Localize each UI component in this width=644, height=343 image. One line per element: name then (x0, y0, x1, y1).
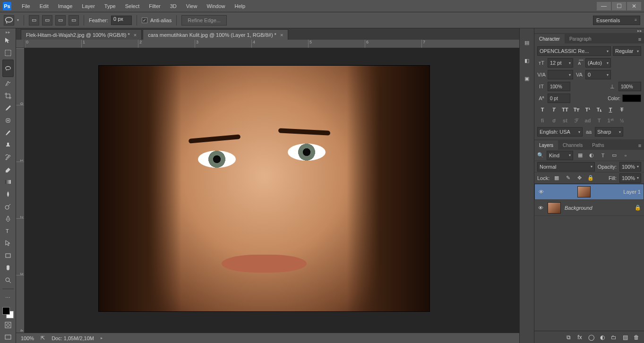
allcaps-button[interactable]: TT (560, 105, 570, 114)
superscript-button[interactable]: T¹ (583, 105, 593, 114)
fill-input[interactable]: 100%▾ (619, 173, 641, 183)
tab-layers[interactable]: Layers (534, 140, 558, 150)
gradient-tool[interactable] (2, 176, 14, 188)
canvas[interactable] (99, 66, 429, 311)
layer-filter-select[interactable]: Kind▾ (547, 151, 573, 160)
tab-paragraph[interactable]: Paragraph (565, 34, 596, 43)
italic-button[interactable]: T (549, 105, 559, 114)
antialias-select[interactable]: Sharp▾ (595, 127, 623, 137)
tab-paths[interactable]: Paths (587, 140, 609, 150)
font-size-input[interactable]: 12 pt▾ (548, 58, 573, 68)
doc-size[interactable]: Doc: 1,05M/2,10M (52, 335, 94, 341)
edit-toolbar-icon[interactable]: ⋯ (2, 292, 14, 303)
smallcaps-button[interactable]: Tᴛ (571, 105, 582, 114)
new-layer-icon[interactable]: ▤ (621, 334, 629, 341)
clone-stamp-tool[interactable] (2, 139, 14, 151)
move-tool[interactable] (2, 35, 14, 46)
layer-item[interactable]: 👁 Layer 1 (534, 184, 644, 200)
lasso-tool[interactable] (2, 60, 14, 77)
rectangle-tool[interactable] (2, 250, 14, 261)
path-selection-tool[interactable] (2, 238, 14, 249)
link-layers-icon[interactable]: ⧉ (565, 334, 572, 341)
font-style-select[interactable]: Regular▾ (613, 46, 641, 56)
blur-tool[interactable] (2, 189, 14, 200)
feather-input[interactable]: 0 px (111, 16, 132, 25)
panel-menu-icon[interactable]: ≡ (635, 35, 644, 43)
selection-add-icon[interactable]: ▭ (42, 15, 52, 26)
pen-tool[interactable] (2, 213, 14, 224)
expand-icon[interactable]: ⇱ (41, 335, 45, 341)
quick-selection-tool[interactable] (2, 78, 14, 89)
layer-name[interactable]: Layer 1 (623, 189, 641, 195)
fractions-button[interactable]: ½ (617, 116, 627, 125)
text-color-swatch[interactable] (622, 94, 641, 102)
ordinals-button[interactable]: 1ˢᵗ (605, 116, 616, 125)
close-button[interactable]: ✕ (627, 2, 641, 10)
eraser-tool[interactable] (2, 164, 14, 175)
ruler-horizontal[interactable]: 01234567 (25, 40, 519, 48)
kerning-input[interactable]: ▾ (548, 70, 573, 79)
brush-tool[interactable] (2, 127, 14, 138)
vertical-scale-input[interactable]: 100% (548, 82, 570, 91)
visibility-toggle-icon[interactable]: 👁 (537, 205, 544, 211)
properties-panel-icon[interactable]: ◧ (522, 56, 532, 65)
underline-button[interactable]: T (605, 105, 616, 114)
actions-panel-icon[interactable]: ▣ (522, 74, 532, 83)
layer-thumbnail[interactable] (548, 202, 561, 214)
zoom-tool[interactable] (2, 274, 14, 286)
menu-image[interactable]: Image (53, 1, 77, 11)
lock-image-icon[interactable]: ✎ (564, 174, 572, 182)
workspace-selector[interactable]: Essentials≡ (593, 16, 640, 25)
blend-mode-select[interactable]: Normal▾ (537, 162, 595, 172)
selection-subtract-icon[interactable]: ▭ (55, 15, 66, 26)
marquee-tool[interactable] (2, 47, 14, 59)
minimize-button[interactable]: — (597, 2, 611, 10)
antialias-checkbox[interactable]: ✓ (142, 17, 147, 23)
subscript-button[interactable]: T₁ (594, 105, 604, 114)
menu-filter[interactable]: Filter (144, 1, 165, 11)
layer-name[interactable]: Background (565, 205, 592, 211)
panel-menu-icon[interactable]: ≡ (635, 141, 644, 150)
crop-tool[interactable] (2, 90, 14, 102)
menu-file[interactable]: File (17, 1, 35, 11)
leading-input[interactable]: (Auto)▾ (585, 58, 611, 68)
tab-channels[interactable]: Channels (558, 140, 587, 150)
eyedropper-tool[interactable] (2, 103, 14, 114)
layer-fx-icon[interactable]: fx (576, 334, 584, 341)
document-tab[interactable]: Flek-Hitam-di-Wajah2.jpg @ 100% (RGB/8) … (21, 29, 142, 40)
menu-layer[interactable]: Layer (77, 1, 100, 11)
baseline-shift-input[interactable]: 0 pt (548, 94, 570, 103)
healing-brush-tool[interactable] (2, 115, 14, 126)
menu-3d[interactable]: 3D (165, 1, 181, 11)
history-brush-tool[interactable] (2, 152, 14, 163)
filter-smart-icon[interactable]: ▫ (621, 151, 630, 160)
menu-help[interactable]: Help (230, 1, 250, 11)
maximize-button[interactable]: ☐ (612, 2, 626, 10)
close-icon[interactable]: × (280, 32, 283, 38)
screen-mode-toggle[interactable] (2, 332, 14, 343)
filter-pixel-icon[interactable]: ▦ (576, 151, 584, 160)
lock-icon[interactable]: 🔒 (635, 205, 641, 211)
ruler-vertical[interactable]: 01234 (16, 48, 25, 333)
menu-window[interactable]: Window (202, 1, 230, 11)
filter-shape-icon[interactable]: ▭ (610, 151, 618, 160)
ligatures-button[interactable]: fi (537, 116, 548, 125)
quick-mask-toggle[interactable] (2, 319, 14, 331)
discretionary-button[interactable]: st (560, 116, 570, 125)
stylistic-button[interactable]: ad (583, 116, 593, 125)
foreground-color-swatch[interactable] (2, 307, 10, 315)
delete-layer-icon[interactable]: 🗑 (633, 334, 640, 341)
lock-all-icon[interactable]: 🔒 (586, 174, 595, 182)
menu-edit[interactable]: Edit (35, 1, 53, 11)
language-select[interactable]: English: USA▾ (537, 127, 583, 137)
status-menu-icon[interactable]: ▸ (101, 336, 103, 340)
lock-position-icon[interactable]: ✥ (575, 174, 584, 182)
document-tab[interactable]: cara memutihkan Kulit.jpg @ 100% (Layer … (143, 29, 288, 40)
panel-collapse-icon[interactable]: ▸▸ (534, 28, 644, 33)
dodge-tool[interactable] (2, 201, 14, 212)
layer-item[interactable]: 👁 Background 🔒 (534, 200, 644, 216)
tracking-input[interactable]: 0▾ (585, 70, 611, 79)
layer-thumbnail[interactable] (577, 186, 591, 197)
font-family-select[interactable]: OPENCLASSIC Re...▾ (537, 46, 611, 56)
visibility-toggle-icon[interactable]: 👁 (538, 189, 544, 195)
